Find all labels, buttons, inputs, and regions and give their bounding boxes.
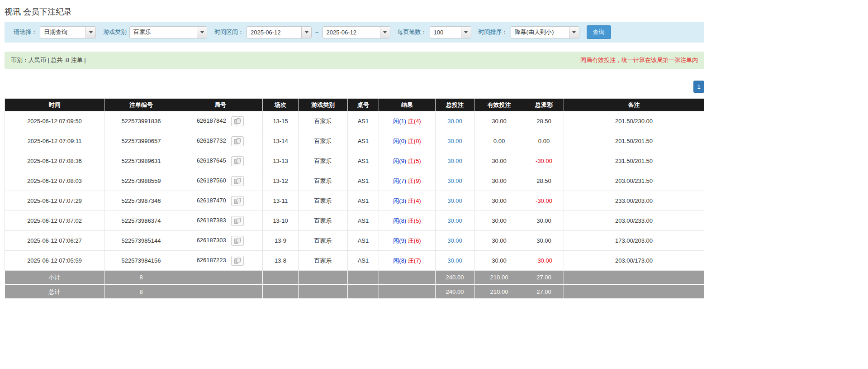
cell-note: 203.00/233.00 bbox=[564, 211, 704, 231]
cell-game-type: 百家乐 bbox=[299, 151, 348, 171]
header-session: 场次 bbox=[263, 99, 299, 111]
filter-bar: 请选择： 游戏类别 时间区间： ~ 每页笔数： 时间排序： bbox=[5, 22, 704, 43]
search-button[interactable]: 查询 bbox=[587, 25, 611, 39]
table-row: 2025-06-12 07:09:11 522573990657 6261877… bbox=[5, 131, 704, 151]
main-container: 视讯 会员下注纪录 请选择： 游戏类别 时间区间： ~ 每页笔数： 时间排序： bbox=[5, 0, 704, 299]
cell-time: 2025-06-12 07:08:03 bbox=[5, 171, 104, 191]
cell-session: 13-9 bbox=[263, 231, 299, 251]
cell-payout: 28.50 bbox=[524, 171, 564, 191]
banker-result: 庄(0) bbox=[408, 138, 421, 144]
total-bet-link[interactable]: 30.00 bbox=[447, 257, 462, 264]
cell-bet-id: 522573985144 bbox=[104, 231, 178, 251]
chevron-down-icon[interactable] bbox=[197, 27, 207, 38]
total-bet-link[interactable]: 30.00 bbox=[447, 138, 462, 144]
cell-valid-bet: 30.00 bbox=[474, 111, 524, 131]
select-label: 请选择： bbox=[14, 28, 37, 36]
total-bet-link[interactable]: 30.00 bbox=[447, 158, 462, 164]
cell-time: 2025-06-12 07:07:02 bbox=[5, 211, 104, 231]
player-result: 闲(1) bbox=[393, 118, 406, 125]
total-total-bet: 240.00 bbox=[436, 285, 474, 299]
cell-total-bet: 30.00 bbox=[436, 191, 474, 211]
currency-total-text: 币别：人民币 | 总共 :8 注单 | bbox=[11, 56, 86, 64]
game-type-label: 游戏类别 bbox=[103, 28, 127, 36]
cell-game-type: 百家乐 bbox=[299, 131, 348, 151]
cell-total-bet: 30.00 bbox=[436, 171, 474, 191]
chevron-down-icon[interactable] bbox=[85, 27, 95, 38]
cell-valid-bet: 30.00 bbox=[474, 191, 524, 211]
subtotal-label: 小计 bbox=[5, 271, 104, 285]
subtotal-valid-bet: 210.00 bbox=[474, 271, 524, 285]
cell-valid-bet: 0.00 bbox=[474, 131, 524, 151]
cell-table-no: AS1 bbox=[348, 131, 379, 151]
cards-result-icon[interactable] bbox=[231, 156, 244, 166]
cards-result-icon[interactable] bbox=[231, 256, 244, 266]
cards-result-icon[interactable] bbox=[231, 116, 244, 126]
time-sort-input[interactable] bbox=[511, 27, 569, 38]
round-number: 626187470 bbox=[197, 197, 226, 204]
date-to-input[interactable] bbox=[323, 27, 380, 38]
table-row: 2025-06-12 07:07:02 522573986374 6261873… bbox=[5, 211, 704, 231]
banker-result: 庄(9) bbox=[408, 177, 421, 184]
round-number: 626187645 bbox=[197, 157, 226, 164]
total-bet-link[interactable]: 30.00 bbox=[447, 118, 462, 125]
cell-total-bet: 30.00 bbox=[436, 111, 474, 131]
total-bet-link[interactable]: 30.00 bbox=[447, 237, 462, 244]
player-result: 闲(7) bbox=[393, 177, 406, 184]
player-result: 闲(0) bbox=[393, 138, 406, 144]
cell-total-bet: 30.00 bbox=[436, 211, 474, 231]
cell-payout: -30.00 bbox=[524, 191, 564, 211]
cell-bet-id: 522573986374 bbox=[104, 211, 178, 231]
round-number: 626187732 bbox=[197, 137, 226, 144]
table-footer: 小计 8 240.00 210.00 27.00 总计 8 240.00 210… bbox=[5, 271, 704, 299]
chevron-down-icon[interactable] bbox=[301, 27, 311, 38]
table-header: 时间 注单编号 局号 场次 游戏类别 桌号 结果 总投注 有效投注 总派彩 备注 bbox=[5, 99, 704, 111]
cell-round: 626187223 bbox=[178, 251, 263, 271]
cell-result: 闲(1) 庄(4) bbox=[379, 111, 436, 131]
cell-session: 13-13 bbox=[263, 151, 299, 171]
chevron-down-icon[interactable] bbox=[380, 27, 390, 38]
date-from-input[interactable] bbox=[247, 27, 301, 38]
cell-total-bet: 30.00 bbox=[436, 151, 474, 171]
cell-result: 闲(9) 庄(5) bbox=[379, 151, 436, 171]
total-bet-link[interactable]: 30.00 bbox=[447, 217, 462, 224]
subtotal-payout: 27.00 bbox=[524, 271, 564, 285]
cell-time: 2025-06-12 07:09:50 bbox=[5, 111, 104, 131]
cards-result-icon[interactable] bbox=[231, 136, 244, 146]
page-title: 视讯 会员下注纪录 bbox=[5, 0, 704, 22]
cards-result-icon[interactable] bbox=[231, 216, 244, 226]
cell-note: 173.00/203.00 bbox=[564, 231, 704, 251]
cell-table-no: AS1 bbox=[348, 191, 379, 211]
cell-round: 626187842 bbox=[178, 111, 263, 131]
header-bet-id: 注单编号 bbox=[104, 99, 178, 111]
cell-valid-bet: 30.00 bbox=[474, 211, 524, 231]
page-1-button[interactable]: 1 bbox=[693, 81, 704, 93]
banker-result: 庄(5) bbox=[408, 217, 421, 224]
header-game-type: 游戏类别 bbox=[299, 99, 348, 111]
total-row: 总计 8 240.00 210.00 27.00 bbox=[5, 285, 704, 299]
table-row: 2025-06-12 07:08:03 522573988559 6261875… bbox=[5, 171, 704, 191]
chevron-down-icon[interactable] bbox=[569, 27, 579, 38]
cell-table-no: AS1 bbox=[348, 231, 379, 251]
cell-payout: -30.00 bbox=[524, 251, 564, 271]
per-page-label: 每页笔数： bbox=[398, 28, 427, 36]
cell-total-bet: 30.00 bbox=[436, 131, 474, 151]
round-number: 626187842 bbox=[197, 117, 226, 124]
cell-payout: 30.00 bbox=[524, 211, 564, 231]
total-bet-link[interactable]: 30.00 bbox=[447, 177, 462, 184]
chevron-down-icon[interactable] bbox=[461, 27, 471, 38]
cards-result-icon[interactable] bbox=[231, 176, 244, 186]
cards-result-icon[interactable] bbox=[231, 236, 244, 246]
cards-result-icon[interactable] bbox=[231, 196, 244, 206]
total-bet-link[interactable]: 30.00 bbox=[447, 197, 462, 204]
cell-game-type: 百家乐 bbox=[299, 191, 348, 211]
header-round: 局号 bbox=[178, 99, 263, 111]
cell-session: 13-8 bbox=[263, 251, 299, 271]
query-type-input[interactable] bbox=[40, 27, 85, 38]
cell-note: 203.00/231.50 bbox=[564, 171, 704, 191]
cell-bet-id: 522573987346 bbox=[104, 191, 178, 211]
per-page-input[interactable] bbox=[430, 27, 461, 38]
banker-result: 庄(4) bbox=[408, 118, 421, 125]
round-number: 626187223 bbox=[197, 257, 226, 264]
game-type-input[interactable] bbox=[130, 27, 197, 38]
table-body: 2025-06-12 07:09:50 522573991836 6261878… bbox=[5, 111, 704, 271]
